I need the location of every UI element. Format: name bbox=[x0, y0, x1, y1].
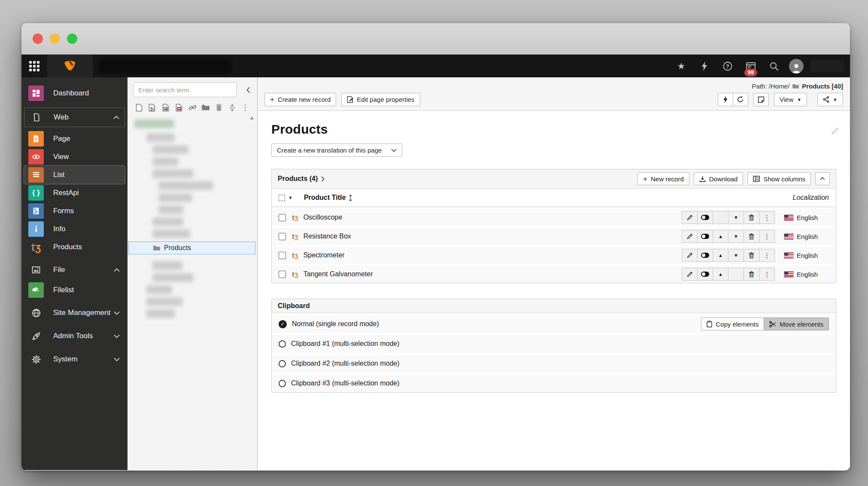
search-button[interactable] bbox=[766, 58, 782, 75]
tree-more-menu-button[interactable]: ⋮ bbox=[241, 103, 249, 112]
trash-icon[interactable] bbox=[215, 102, 224, 113]
sidebar-item-view[interactable]: View bbox=[21, 148, 127, 166]
move-up-button[interactable]: ▲ bbox=[713, 249, 728, 262]
row-checkbox[interactable] bbox=[279, 233, 286, 240]
edit-title-pencil-icon[interactable] bbox=[831, 127, 839, 135]
new-page-icon[interactable] bbox=[134, 102, 143, 113]
tree-search-input[interactable] bbox=[134, 83, 237, 97]
move-down-button[interactable]: ▼ bbox=[728, 249, 744, 262]
system-information-button[interactable]: 99 bbox=[743, 58, 759, 75]
triangle-up-icon: ▲ bbox=[718, 272, 723, 277]
sidebar-item-page[interactable]: Page bbox=[21, 130, 127, 148]
avatar-icon bbox=[791, 62, 802, 73]
sidebar-item-list[interactable]: List bbox=[24, 166, 125, 184]
folder-icon[interactable] bbox=[201, 102, 210, 113]
row-checkbox[interactable] bbox=[279, 252, 286, 259]
edit-record-button[interactable] bbox=[682, 249, 698, 262]
record-title[interactable]: Oscilloscope bbox=[303, 214, 343, 221]
help-button[interactable]: ? bbox=[719, 58, 736, 75]
move-down-button[interactable]: ▼ bbox=[728, 230, 744, 243]
cache-bolt-button[interactable] bbox=[718, 93, 733, 106]
link-icon[interactable] bbox=[188, 102, 197, 113]
record-title[interactable]: Resistance Box bbox=[303, 232, 351, 240]
sidebar-item-label: Forms bbox=[53, 207, 74, 215]
clipboard-panel-title: Clipboard bbox=[278, 302, 310, 310]
tree-node-products[interactable]: Products bbox=[128, 241, 255, 254]
collapse-tree-button[interactable] bbox=[246, 87, 250, 93]
hide-record-toggle[interactable] bbox=[697, 230, 713, 243]
row-more-menu-button[interactable]: ⋮ bbox=[759, 230, 775, 243]
sidebar-group-admin-tools[interactable]: Admin Tools bbox=[21, 327, 127, 345]
copy-elements-button[interactable]: Copy elements bbox=[701, 318, 764, 330]
delete-record-button[interactable] bbox=[744, 268, 759, 281]
column-header-product-title[interactable]: Product Title bbox=[304, 194, 353, 202]
tree-scroll-up-icon[interactable]: ▲ bbox=[249, 114, 255, 121]
row-checkbox[interactable] bbox=[279, 271, 286, 278]
move-elements-button[interactable]: Move elements bbox=[764, 318, 829, 330]
edit-record-button[interactable] bbox=[682, 268, 698, 281]
delete-record-button[interactable] bbox=[744, 249, 759, 262]
module-menu-toggle-button[interactable] bbox=[21, 55, 47, 77]
typo3-logo-button[interactable] bbox=[47, 55, 93, 77]
sidebar-group-file[interactable]: File bbox=[21, 260, 127, 279]
radio-icon[interactable] bbox=[279, 380, 286, 387]
radio-icon[interactable] bbox=[279, 360, 286, 367]
chevron-down-icon bbox=[114, 358, 120, 361]
sidebar-item-products[interactable]: tʒ Products bbox=[21, 238, 127, 256]
select-all-checkbox[interactable] bbox=[279, 195, 285, 201]
create-new-record-button[interactable]: + Create new record bbox=[264, 93, 336, 106]
separator-icon[interactable] bbox=[228, 102, 237, 113]
sidebar-item-info[interactable]: i Info bbox=[21, 220, 127, 238]
zoom-window-button[interactable] bbox=[67, 34, 77, 44]
save-shortcut-button[interactable] bbox=[753, 93, 769, 106]
sidebar-item-restapi[interactable]: { } RestApi bbox=[21, 184, 127, 202]
record-title[interactable]: Spectrometer bbox=[303, 251, 345, 259]
move-up-button[interactable]: ▲ bbox=[713, 268, 728, 281]
minimize-window-button[interactable] bbox=[50, 34, 60, 44]
sidebar-group-system[interactable]: System bbox=[21, 350, 127, 369]
user-menu-button[interactable] bbox=[789, 59, 804, 73]
us-flag-icon bbox=[784, 215, 793, 220]
delete-record-button[interactable] bbox=[744, 230, 759, 243]
sidebar-group-web[interactable]: Web bbox=[24, 107, 125, 127]
new-page-users-icon[interactable] bbox=[148, 102, 157, 113]
bookmarks-button[interactable]: ★ bbox=[673, 58, 689, 75]
view-dropdown-button[interactable]: View ▼ bbox=[774, 93, 807, 106]
translation-dropdown[interactable]: Create a new translation of this page bbox=[271, 144, 402, 157]
clear-cache-button[interactable] bbox=[696, 58, 713, 75]
row-more-menu-button[interactable]: ⋮ bbox=[759, 211, 775, 224]
hide-record-toggle[interactable] bbox=[697, 211, 713, 224]
caret-down-icon[interactable]: ▼ bbox=[288, 195, 293, 200]
radio-icon[interactable] bbox=[279, 340, 286, 348]
sidebar-item-forms[interactable]: Forms bbox=[21, 202, 127, 220]
download-button[interactable]: Download bbox=[694, 172, 744, 185]
table-row: tʒ Oscilloscope ▼ ⋮ English bbox=[272, 207, 836, 226]
sidebar-item-filelist[interactable]: Filelist bbox=[21, 281, 127, 299]
row-checkbox[interactable] bbox=[279, 214, 286, 221]
delete-record-button[interactable] bbox=[744, 211, 759, 224]
hide-record-toggle[interactable] bbox=[697, 268, 713, 281]
move-up-button[interactable]: ▲ bbox=[713, 230, 728, 243]
chevron-up-icon bbox=[820, 177, 825, 180]
collapse-panel-button[interactable] bbox=[815, 172, 830, 185]
sidebar-group-site-management[interactable]: Site Management bbox=[21, 303, 127, 322]
show-columns-button[interactable]: Show columns bbox=[747, 172, 811, 185]
share-dropdown-button[interactable]: ▼ bbox=[817, 93, 843, 106]
close-window-button[interactable] bbox=[33, 34, 43, 44]
row-more-menu-button[interactable]: ⋮ bbox=[759, 268, 775, 281]
edit-record-button[interactable] bbox=[682, 211, 698, 224]
new-shortcut-page-icon[interactable] bbox=[161, 102, 170, 113]
record-title[interactable]: Tangent Galvanometer bbox=[303, 270, 373, 278]
sidebar-group-label: System bbox=[53, 355, 78, 364]
reload-button[interactable] bbox=[733, 93, 748, 106]
move-down-button[interactable]: ▼ bbox=[728, 211, 744, 224]
edit-record-button[interactable] bbox=[682, 230, 698, 243]
new-mount-page-icon[interactable] bbox=[174, 102, 183, 113]
hide-record-toggle[interactable] bbox=[697, 249, 713, 262]
row-more-menu-button[interactable]: ⋮ bbox=[759, 249, 775, 262]
edit-page-properties-button[interactable]: Edit page properties bbox=[341, 93, 420, 106]
new-record-button[interactable]: + New record bbox=[637, 172, 689, 185]
selected-radio-icon[interactable]: ✓ bbox=[279, 320, 287, 328]
sidebar-item-dashboard[interactable]: Dashboard bbox=[21, 84, 127, 102]
chevron-right-icon[interactable] bbox=[321, 176, 325, 182]
